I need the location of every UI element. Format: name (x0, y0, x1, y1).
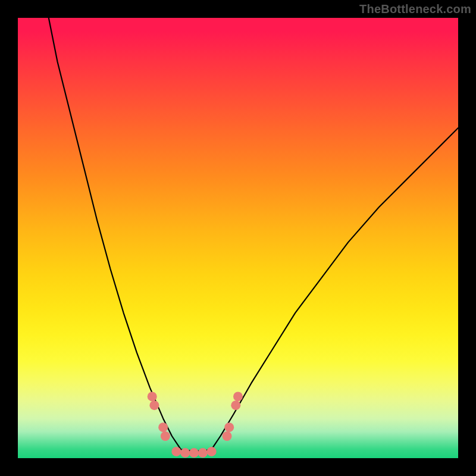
valley-bead (198, 448, 208, 458)
canvas-frame: TheBottleneck.com (0, 0, 476, 476)
valley-bead (189, 448, 199, 458)
left-bead (161, 431, 170, 441)
valley-bead (180, 448, 190, 458)
left-bead (149, 400, 159, 410)
valley-bead (171, 447, 181, 456)
left-bead (158, 422, 168, 432)
right-bead (233, 392, 243, 401)
left-bead (148, 392, 157, 401)
left-curve (49, 18, 181, 449)
right-bead (231, 400, 240, 410)
right-curve (212, 128, 458, 449)
right-bead (224, 422, 234, 432)
chart-svg (18, 18, 458, 458)
plot-area (18, 18, 458, 458)
attribution-label: TheBottleneck.com (359, 2, 471, 16)
right-bead (223, 431, 232, 441)
valley-bead (207, 447, 217, 456)
